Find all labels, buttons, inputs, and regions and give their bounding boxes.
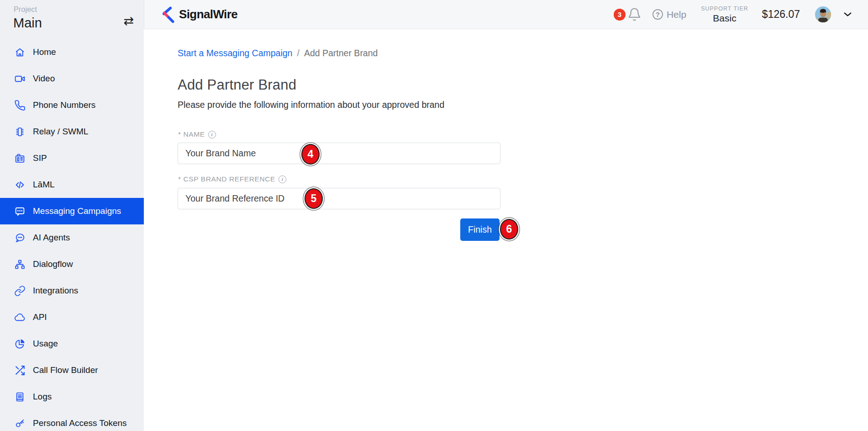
help-label: Help (667, 9, 686, 20)
sidebar-item-dialogflow[interactable]: Dialogflow (0, 251, 144, 277)
signalwire-logo-icon (159, 5, 175, 24)
sidebar-item-ai-agents[interactable]: AI Agents (0, 224, 144, 251)
project-label: Project (14, 5, 37, 14)
brand-reference-input[interactable] (178, 188, 500, 209)
sidebar-item-relay-swml[interactable]: Relay / SWML (0, 118, 144, 145)
sidebar-item-label: Home (33, 47, 56, 57)
code-icon (14, 179, 26, 191)
info-icon[interactable]: i (279, 176, 286, 183)
avatar[interactable] (815, 6, 831, 22)
sidebar-item-laml[interactable]: LāML (0, 171, 144, 198)
cloud-icon (14, 311, 26, 323)
sidebar-item-usage[interactable]: Usage (0, 330, 144, 357)
sidebar-item-home[interactable]: Home (0, 39, 144, 65)
brand-name: SignalWire (179, 7, 237, 21)
name-field-label-text: * NAME (178, 130, 205, 138)
home-icon (14, 46, 26, 58)
breadcrumb-separator: / (297, 48, 299, 59)
journal-icon (14, 391, 26, 403)
sidebar-item-label: Messaging Campaigns (33, 206, 121, 216)
support-tier: SUPPORT TIER Basic (701, 5, 748, 24)
project-name: Main (13, 16, 42, 31)
signalwire-logo[interactable]: SignalWire (159, 5, 237, 24)
support-tier-label: SUPPORT TIER (701, 5, 748, 12)
breadcrumb-link-start-messaging-campaign[interactable]: Start a Messaging Campaign (178, 48, 292, 59)
notifications-button[interactable]: 3 (614, 7, 642, 21)
header-right: 3 ? Help SUPPORT TIER Basic $126.07 (614, 5, 868, 24)
sidebar-item-label: Personal Access Tokens (33, 418, 127, 428)
sidebar-item-label: Integrations (33, 286, 78, 296)
page-title: Add Partner Brand (178, 77, 296, 93)
breadcrumb: Start a Messaging Campaign / Add Partner… (178, 48, 378, 59)
sidebar-item-call-flow-builder[interactable]: Call Flow Builder (0, 357, 144, 383)
bell-icon (627, 7, 642, 21)
finish-button[interactable]: Finish (460, 218, 500, 241)
support-tier-value: Basic (701, 13, 748, 24)
account-balance[interactable]: $126.07 (762, 8, 800, 21)
sidebar: Project Main ⇄ Home Video Phone Numbers (0, 0, 144, 431)
page-subtitle: Please provide the following information… (178, 100, 444, 110)
question-mark-icon: ? (652, 9, 663, 20)
sidebar-item-label: AI Agents (33, 233, 70, 243)
sidebar-item-label: Usage (33, 339, 58, 349)
main-content: Start a Messaging Campaign / Add Partner… (144, 30, 868, 431)
help-button[interactable]: ? Help (652, 9, 686, 20)
info-icon[interactable]: i (208, 131, 216, 138)
csp-brand-reference-field-label: * CSP BRAND REFERENCE i (178, 175, 286, 183)
annotation-badge-6: 6 (500, 219, 518, 239)
phone-icon (14, 99, 26, 111)
chat-bubble-icon (14, 232, 26, 244)
top-header: SignalWire 3 ? Help SUPPORT TIER Basic $… (144, 0, 868, 29)
sidebar-item-api[interactable]: API (0, 304, 144, 330)
sidebar-item-personal-access-tokens[interactable]: Personal Access Tokens (0, 410, 144, 431)
sidebar-collapse-icon[interactable]: ⇄ (123, 15, 134, 27)
chip-device-icon (14, 126, 26, 138)
sidebar-item-label: Phone Numbers (33, 100, 95, 110)
chat-square-icon (14, 205, 26, 217)
key-icon (14, 417, 26, 429)
pie-chart-icon (14, 338, 26, 350)
sidebar-item-phone-numbers[interactable]: Phone Numbers (0, 92, 144, 118)
sidebar-item-integrations[interactable]: Integrations (0, 277, 144, 304)
sitemap-icon (14, 258, 26, 270)
desk-phone-icon (14, 152, 26, 164)
sidebar-item-video[interactable]: Video (0, 65, 144, 92)
chevron-down-icon[interactable] (842, 9, 853, 20)
video-camera-icon (14, 73, 26, 85)
sidebar-item-logs[interactable]: Logs (0, 383, 144, 410)
sidebar-item-label: SIP (33, 153, 47, 163)
sidebar-item-label: LāML (33, 180, 55, 190)
link-icon (14, 285, 26, 297)
brand-name-input[interactable] (178, 143, 500, 164)
csp-brand-reference-label-text: * CSP BRAND REFERENCE (178, 175, 275, 183)
sidebar-item-label: Video (33, 74, 55, 84)
notification-count-badge: 3 (614, 9, 626, 21)
sidebar-item-messaging-campaigns[interactable]: Messaging Campaigns (0, 198, 144, 224)
sidebar-nav: Home Video Phone Numbers Relay / SWML SI (0, 39, 144, 431)
sidebar-item-label: Relay / SWML (33, 127, 88, 137)
sidebar-item-label: Logs (33, 392, 52, 402)
sidebar-item-label: Dialogflow (33, 259, 73, 269)
shuffle-icon (14, 364, 26, 376)
breadcrumb-current: Add Partner Brand (304, 48, 378, 59)
name-field-label: * NAME i (178, 130, 216, 138)
sidebar-item-label: API (33, 312, 47, 322)
sidebar-item-label: Call Flow Builder (33, 365, 98, 375)
sidebar-item-sip[interactable]: SIP (0, 145, 144, 171)
